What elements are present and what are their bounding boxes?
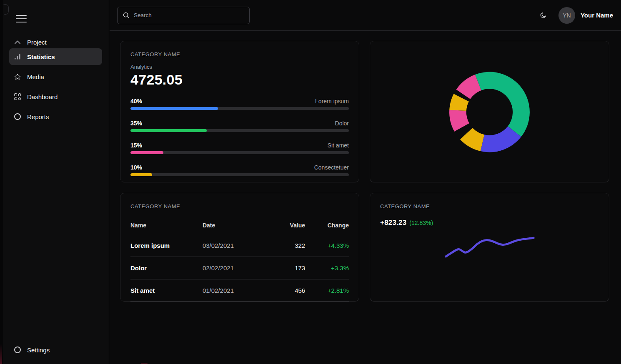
moon-icon	[540, 12, 547, 19]
progress-label: Dolor	[335, 120, 349, 127]
cell-date: 02/02/2021	[203, 257, 273, 279]
category-label: CATEGORY NAME	[130, 51, 349, 57]
table-row: Lorem ipsum 03/02/2021 322 +4.33%	[130, 234, 349, 257]
cell-change: +4.33%	[305, 234, 349, 257]
progress-track	[130, 151, 349, 154]
table-header-row: Name Date Value Change	[130, 218, 349, 234]
cell-name: Lorem ipsum	[130, 234, 203, 257]
grid-icon	[14, 93, 21, 100]
sidebar-item-dashboard[interactable]: Dashboard	[9, 88, 102, 105]
analytics-card: CATEGORY NAME Analytics 4725.05 40% Lore…	[120, 41, 359, 182]
sidebar-group-label: Project	[27, 39, 47, 46]
cell-name: Sit amet	[130, 279, 203, 302]
progress-item: 10% Consectetuer	[130, 164, 349, 176]
progress-percent: 35%	[130, 120, 142, 127]
sidebar-nav: Statistics Media Dashboard Reports	[0, 48, 109, 125]
analytics-subtitle: Analytics	[130, 64, 349, 70]
progress-percent: 10%	[130, 164, 142, 171]
circle-icon	[14, 113, 21, 120]
cell-change: +3.3%	[305, 257, 349, 279]
topbar: YN Your Name	[110, 0, 621, 31]
sidebar-group-project[interactable]: Project	[14, 38, 109, 46]
progress-fill	[130, 151, 163, 154]
progress-percent: 15%	[130, 142, 142, 149]
analytics-value: 4725.05	[130, 72, 349, 88]
progress-label: Lorem ipsum	[315, 98, 349, 105]
trend-line-chart	[370, 193, 609, 301]
main-area: YN Your Name CATEGORY NAME Analytics 472…	[110, 0, 621, 364]
sidebar-item-settings[interactable]: Settings	[9, 342, 103, 358]
user-name: Your Name	[581, 12, 613, 19]
bar-chart-icon	[14, 53, 21, 60]
sidebar-item-media[interactable]: Media	[9, 68, 102, 85]
sidebar-item-label: Statistics	[27, 53, 55, 60]
progress-track	[130, 173, 349, 176]
sidebar-item-reports[interactable]: Reports	[9, 108, 102, 125]
data-table: Name Date Value Change Lorem ipsum 03/02…	[130, 218, 349, 302]
sidebar-item-label: Dashboard	[27, 93, 58, 100]
search-icon	[123, 12, 130, 19]
table-card: CATEGORY NAME Name Date Value Change Lor…	[120, 193, 359, 302]
sidebar-item-statistics[interactable]: Statistics	[9, 48, 102, 65]
progress-fill	[130, 107, 218, 110]
donut-card	[370, 41, 609, 182]
progress-item: 40% Lorem ipsum	[130, 98, 349, 110]
progress-item: 15% Sit amet	[130, 142, 349, 154]
progress-percent: 40%	[130, 98, 142, 105]
column-header-date: Date	[203, 218, 273, 234]
search-input[interactable]	[134, 12, 244, 18]
progress-fill	[130, 173, 152, 176]
trend-card: CATEGORY NAME +823.23 (12.83%)	[370, 193, 609, 302]
avatar[interactable]: YN	[558, 7, 575, 24]
sidebar-item-label: Reports	[27, 113, 49, 120]
progress-label: Sit amet	[328, 142, 349, 149]
table-row: Sit amet 01/02/2021 456 +2.81%	[130, 279, 349, 302]
sidebar-item-label: Media	[27, 73, 44, 80]
donut-chart	[370, 41, 609, 182]
column-header-name: Name	[130, 218, 203, 234]
cell-value: 173	[273, 257, 305, 279]
cell-date: 03/02/2021	[203, 234, 273, 257]
sidebar-item-label: Settings	[27, 347, 50, 354]
cell-name: Dolor	[130, 257, 203, 279]
progress-track	[130, 129, 349, 132]
theme-toggle-button[interactable]	[538, 10, 548, 20]
cell-date: 01/02/2021	[203, 279, 273, 302]
progress-bar-group: 40% Lorem ipsum 35% Dolor 15% Sit amet	[130, 98, 349, 176]
progress-label: Consectetuer	[314, 164, 349, 171]
topbar-right: YN Your Name	[538, 7, 613, 24]
window-edge-strip	[0, 0, 3, 364]
progress-track	[130, 107, 349, 110]
cell-value: 322	[273, 234, 305, 257]
progress-fill	[130, 129, 207, 132]
chevron-up-icon	[14, 38, 21, 46]
star-icon	[14, 73, 21, 80]
edge-red-artifact	[0, 344, 2, 364]
column-header-value: Value	[273, 218, 305, 234]
cards-grid: CATEGORY NAME Analytics 4725.05 40% Lore…	[110, 31, 621, 302]
progress-item: 35% Dolor	[130, 120, 349, 132]
cell-value: 456	[273, 279, 305, 302]
table-row: Dolor 02/02/2021 173 +3.3%	[130, 257, 349, 279]
sidebar: Project Statistics Media Dashboard	[0, 0, 109, 364]
category-label: CATEGORY NAME	[130, 203, 349, 209]
column-header-change: Change	[305, 218, 349, 234]
circle-icon	[14, 346, 21, 354]
cell-change: +2.81%	[305, 279, 349, 302]
menu-toggle-button[interactable]	[16, 13, 27, 24]
search-box[interactable]	[117, 7, 250, 24]
